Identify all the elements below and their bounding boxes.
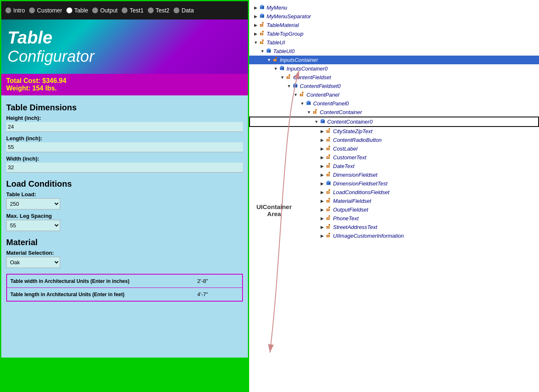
tree-item-datetext[interactable]: DateText [249, 162, 539, 170]
tree-arrow-tableui0[interactable] [259, 48, 266, 55]
tree-arrow-tablematerial[interactable] [252, 22, 259, 29]
person-icon-contentfieldset [286, 74, 293, 81]
tree-item-costlabel[interactable]: CostLabel [249, 144, 539, 153]
tree-item-dimensionfieldsettest[interactable]: DimensionFieldsetTest [249, 179, 539, 188]
width-input[interactable] [6, 163, 243, 173]
material-select[interactable]: Oak Pine Metal [6, 257, 60, 268]
max-leg-select[interactable]: 55 45 60 [6, 220, 60, 231]
tree-label-phonetext: PhoneText [333, 215, 359, 222]
tree-label-citystateziptext: CityStateZipText [333, 128, 372, 134]
tree-arrow-tableui[interactable] [252, 39, 259, 46]
tree-label-mymenu: MyMenu [267, 5, 287, 11]
person-icon-dimensionfieldset [326, 171, 333, 178]
svg-point-16 [262, 39, 264, 41]
load-title: Load Conditions [6, 179, 243, 189]
tree-item-streetaddresstext[interactable]: StreetAddressText [249, 223, 539, 231]
cube-icon-tableui0 [266, 48, 273, 55]
nav-customer[interactable]: Customer [29, 7, 62, 14]
tree-item-materialfieldset[interactable]: MaterialFieldset [249, 197, 539, 205]
tree-arrow-contentcontainer[interactable] [306, 109, 312, 116]
svg-point-37 [302, 92, 304, 93]
tree-arrow-contentpanel[interactable] [292, 92, 299, 98]
person-icon-phonetext [326, 215, 333, 222]
tree-arrow-inputscontainer0[interactable] [272, 66, 279, 72]
arch-width-value: 2'-8" [192, 275, 242, 287]
tree-arrow-contentfieldset[interactable] [279, 74, 286, 81]
tree-arrow-contentpanel0[interactable] [299, 100, 306, 107]
person-icon-tablematerial [259, 22, 267, 29]
nav-data[interactable]: Data [174, 7, 194, 14]
tree-item-inputscontainer0[interactable]: InputsContainer0 [249, 64, 539, 73]
tree-arrow-citystateziptext[interactable] [319, 128, 326, 135]
tree-arrow-costlabel[interactable] [319, 146, 326, 152]
tree-arrow-uiimagecustomerinformation[interactable] [319, 233, 326, 239]
tree-item-contentfieldset0[interactable]: ContentFieldset0 [249, 82, 539, 90]
tree-arrow-outputfieldset[interactable] [319, 207, 326, 213]
tree-arrow-mymenuseparator[interactable] [252, 13, 259, 20]
tree-label-contentfieldset0: ContentFieldset0 [300, 83, 341, 89]
tree-arrow-phonetext[interactable] [319, 215, 326, 222]
nav-output[interactable]: Output [92, 7, 118, 14]
cube-icon-contentpanel0 [306, 100, 313, 107]
tree-item-mymenuseparator[interactable]: MyMenuSeparator [249, 12, 539, 21]
tree-item-uiimagecustomerinformation[interactable]: UIImageCustomerInformation [249, 231, 539, 240]
tree-arrow-contentfieldset0[interactable] [286, 83, 292, 90]
tree-item-contentcontainer[interactable]: ContentContainer [249, 108, 539, 117]
svg-point-63 [328, 154, 330, 156]
tree-item-contentpanel[interactable]: ContentPanel [249, 90, 539, 99]
tree-arrow-contentcontainer0[interactable] [313, 119, 320, 125]
tree-item-tableui[interactable]: TableUI [249, 38, 539, 47]
nav-test2[interactable]: Test2 [148, 7, 169, 14]
top-nav: Intro Customer Table Output Test1 Test2 … [1, 1, 248, 19]
person-icon-contentcontainer [312, 109, 320, 116]
tree-arrow-datetext[interactable] [319, 163, 326, 170]
tree-item-customertext[interactable]: CustomerText [249, 153, 539, 162]
tree-item-phonetext[interactable]: PhoneText [249, 214, 539, 223]
tree-arrow-dimensionfieldset[interactable] [319, 172, 326, 178]
right-panel[interactable]: UIContainerArea MyMenuMyMenuSeparator Ta… [249, 0, 539, 392]
max-leg-label: Max. Leg Spacing [6, 213, 243, 219]
tree-item-tablematerial[interactable]: TableMaterial [249, 21, 539, 29]
person-icon-loadconditionsfieldset [326, 189, 333, 196]
tree-item-outputfieldset[interactable]: OutputFieldset [249, 205, 539, 214]
tree-arrow-customertext[interactable] [319, 154, 326, 161]
svg-point-98 [328, 233, 330, 234]
tree-label-tableui: TableUI [267, 39, 285, 46]
tree-arrow-contentradiobutton[interactable] [319, 137, 326, 144]
nav-intro[interactable]: Intro [5, 7, 25, 14]
person-icon-costlabel [326, 145, 333, 152]
nav-dot-test1 [122, 7, 127, 13]
height-input[interactable] [6, 122, 243, 132]
tree-arrow-loadconditionsfieldset[interactable] [319, 189, 326, 196]
tree-item-contentcontainer0[interactable]: ContentContainer0 [249, 117, 539, 127]
tree-arrow-materialfieldset[interactable] [319, 198, 326, 205]
nav-dot-customer [29, 7, 35, 13]
tree-item-dimensionfieldset[interactable]: DimensionFieldset [249, 170, 539, 179]
nav-table[interactable]: Table [66, 7, 88, 14]
tree-item-tabletopgroup[interactable]: TableTopGroup [249, 29, 539, 38]
cube-icon-contentfieldset0 [292, 83, 300, 90]
total-cost: Total Cost: $346.94 [6, 77, 243, 85]
tree-item-contentfieldset[interactable]: ContentFieldset [249, 73, 539, 82]
tree-item-inputscontainer[interactable]: InputsContainer [249, 56, 539, 64]
tree-item-contentradiobutton[interactable]: ContentRadioButton [249, 136, 539, 144]
tree-arrow-streetaddresstext[interactable] [319, 224, 326, 231]
tree-label-tablematerial: TableMaterial [267, 22, 299, 28]
tree-arrow-dimensionfieldsettest[interactable] [319, 180, 326, 187]
tree-item-contentpanel0[interactable]: ContentPanel0 [249, 99, 539, 108]
tree-item-citystateziptext[interactable]: CityStateZipText [249, 127, 539, 136]
table-load-select[interactable]: 250 300 350 [6, 198, 60, 209]
tree-item-loadconditionsfieldset[interactable]: LoadConditionsFieldset [249, 188, 539, 197]
person-icon-uiimagecustomerinformation [326, 232, 333, 239]
svg-point-12 [262, 31, 264, 32]
nav-test1[interactable]: Test1 [122, 7, 143, 14]
svg-point-8 [262, 22, 264, 24]
tree-item-mymenu[interactable]: MyMenu [249, 3, 539, 12]
length-input[interactable] [6, 142, 243, 152]
tree-arrow-inputscontainer[interactable] [266, 57, 272, 63]
arch-length-row: Table length in Architectural Units (Ent… [7, 288, 242, 301]
tree-item-tableui0[interactable]: TableUI0 [249, 47, 539, 56]
header-title-bold: Table [7, 28, 52, 47]
tree-arrow-mymenu[interactable] [252, 5, 259, 11]
tree-arrow-tabletopgroup[interactable] [252, 31, 259, 37]
